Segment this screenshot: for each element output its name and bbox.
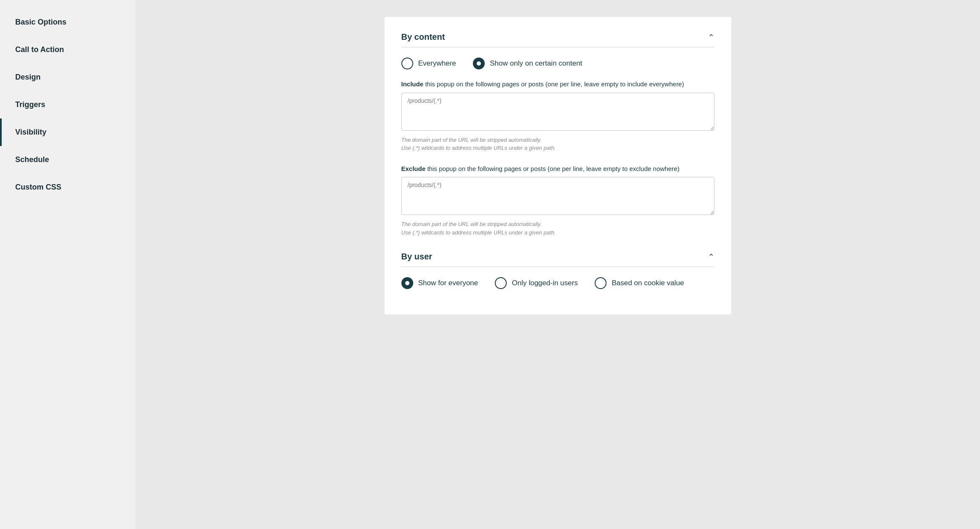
sidebar-item-basic-options[interactable]: Basic Options (0, 8, 135, 36)
by-user-collapse-icon[interactable]: ⌃ (708, 252, 714, 262)
radio-option-logged-in[interactable]: Only logged-in users (495, 277, 578, 289)
include-hint-line2: Use (.*) wildcards to address multiple U… (401, 145, 556, 151)
radio-label-certain-content: Show only on certain content (490, 59, 582, 68)
exclude-label-strong: Exclude (401, 165, 426, 172)
by-content-radio-group: Everywhere Show only on certain content (401, 58, 714, 69)
radio-label-everywhere: Everywhere (418, 59, 456, 68)
exclude-field-label: Exclude this popup on the following page… (401, 164, 714, 174)
by-user-radio-group: Show for everyone Only logged-in users B… (401, 277, 714, 289)
sidebar-item-label: Custom CSS (15, 183, 61, 191)
radio-circle-show-everyone (401, 277, 413, 289)
exclude-label-rest: this popup on the following pages or pos… (425, 165, 679, 172)
main-content: By content ⌃ Everywhere Show only on cer… (135, 0, 980, 529)
sidebar-item-triggers[interactable]: Triggers (0, 91, 135, 118)
include-hint-line1: The domain part of the URL will be strip… (401, 137, 542, 143)
sidebar-item-schedule[interactable]: Schedule (0, 146, 135, 174)
radio-label-show-everyone: Show for everyone (418, 279, 478, 287)
sidebar-item-label: Call to Action (15, 45, 64, 54)
sidebar-item-label: Basic Options (15, 18, 66, 26)
by-content-header: By content ⌃ (401, 32, 714, 47)
by-content-section: By content ⌃ Everywhere Show only on cer… (401, 32, 714, 237)
include-textarea[interactable] (401, 93, 714, 131)
radio-option-show-everyone[interactable]: Show for everyone (401, 277, 478, 289)
sidebar-item-visibility[interactable]: Visibility (0, 118, 135, 146)
sidebar-item-custom-css[interactable]: Custom CSS (0, 174, 135, 201)
app-layout: Basic Options Call to Action Design Trig… (0, 0, 980, 529)
radio-circle-cookie-value (595, 277, 607, 289)
sidebar-item-design[interactable]: Design (0, 63, 135, 91)
include-label-strong: Include (401, 80, 424, 88)
by-user-title: By user (401, 252, 432, 262)
include-field-block: Include this popup on the following page… (401, 80, 714, 152)
radio-circle-certain-content (473, 58, 485, 69)
include-field-label: Include this popup on the following page… (401, 80, 714, 89)
exclude-hint-line2: Use (.*) wildcards to address multiple U… (401, 229, 556, 236)
by-content-title: By content (401, 32, 445, 42)
radio-circle-everywhere (401, 58, 413, 69)
include-label-rest: this popup on the following pages or pos… (423, 80, 684, 88)
sidebar: Basic Options Call to Action Design Trig… (0, 0, 135, 529)
radio-option-everywhere[interactable]: Everywhere (401, 58, 456, 69)
sidebar-item-label: Design (15, 73, 41, 81)
by-user-header: By user ⌃ (401, 252, 714, 267)
exclude-hint-line1: The domain part of the URL will be strip… (401, 221, 542, 227)
sidebar-item-label: Triggers (15, 100, 45, 109)
exclude-textarea[interactable] (401, 177, 714, 215)
radio-label-logged-in: Only logged-in users (512, 279, 578, 287)
by-user-section: By user ⌃ Show for everyone Only logged-… (401, 252, 714, 289)
exclude-hint: The domain part of the URL will be strip… (401, 220, 714, 237)
include-hint: The domain part of the URL will be strip… (401, 136, 714, 152)
exclude-field-block: Exclude this popup on the following page… (401, 164, 714, 237)
visibility-panel: By content ⌃ Everywhere Show only on cer… (384, 17, 731, 314)
sidebar-item-label: Schedule (15, 155, 49, 164)
radio-option-cookie-value[interactable]: Based on cookie value (595, 277, 684, 289)
sidebar-item-call-to-action[interactable]: Call to Action (0, 36, 135, 63)
radio-option-certain-content[interactable]: Show only on certain content (473, 58, 582, 69)
by-content-collapse-icon[interactable]: ⌃ (708, 33, 714, 42)
radio-label-cookie-value: Based on cookie value (612, 279, 684, 287)
radio-circle-logged-in (495, 277, 507, 289)
sidebar-item-label: Visibility (15, 128, 47, 136)
